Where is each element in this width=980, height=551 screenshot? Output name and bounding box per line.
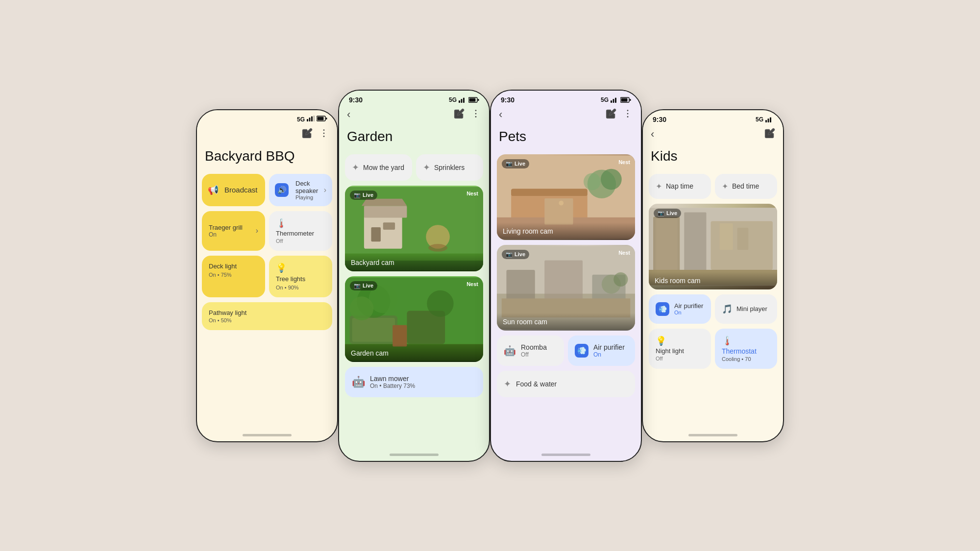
svg-rect-75 [720, 223, 733, 250]
page-title-garden: Garden [339, 125, 489, 152]
mini-player-card[interactable]: 🎵 Mini player [715, 294, 777, 324]
broadcast-card[interactable]: 📢 Broadcast [202, 174, 265, 206]
battery-icon-garden [468, 97, 479, 103]
traeger-card[interactable]: Traeger grill On › [202, 211, 265, 251]
thermostat-label: Thermostat [722, 347, 770, 355]
more-icon-bbq[interactable] [318, 128, 329, 141]
svg-rect-40 [613, 99, 614, 103]
phones-container: 5G [0, 0, 980, 551]
edit-icon-garden[interactable] [454, 108, 465, 121]
food-icon: ✦ [504, 379, 511, 389]
backyard-cam-label: Backyard cam [351, 259, 394, 266]
deck-light-sub: On • 75% [209, 272, 258, 278]
deck-light-card[interactable]: Deck light On • 75% [202, 256, 265, 297]
more-icon-garden[interactable] [470, 108, 481, 121]
broadcast-icon: 📢 [208, 185, 219, 195]
air-purifier-pets-label: Air purifier [593, 343, 625, 351]
svg-point-46 [627, 113, 629, 114]
garden-cam-overlay: Garden cam [345, 344, 483, 362]
svg-rect-21 [364, 206, 407, 217]
top-bar-bbq [197, 126, 337, 144]
lawn-mower-card[interactable]: 🤖 Lawn mower On • Battery 73% [345, 367, 483, 397]
signal-icon-pets [611, 97, 618, 103]
sprinklers-card[interactable]: ✦ Sprinklers [416, 154, 483, 181]
sun-room-cam-card[interactable]: 📷 Live Nest Sun room cam [497, 245, 635, 331]
top-icons-pets [606, 108, 633, 121]
night-light-label: Night light [656, 347, 704, 355]
edit-icon-pets[interactable] [606, 108, 616, 121]
sprinklers-label: Sprinklers [434, 164, 465, 171]
svg-point-26 [428, 244, 447, 252]
back-icon-kids[interactable]: ‹ [651, 128, 654, 141]
mow-icon: ✦ [352, 162, 359, 173]
roomba-card[interactable]: 🤖 Roomba Off [497, 335, 564, 366]
deck-speaker-card[interactable]: 🔊 Deck speaker Playing › [269, 174, 332, 206]
back-icon-garden[interactable]: ‹ [347, 108, 350, 121]
kids-cam-icon: 📷 [658, 210, 664, 216]
garden-cam-live-badge: 📷 Live [350, 281, 377, 290]
signal-icon-garden [459, 97, 466, 103]
deck-speaker-label: Deck speaker [295, 180, 320, 194]
time-kids: 9:30 [653, 116, 666, 123]
sun-room-cam-overlay: Sun room cam [497, 313, 635, 331]
air-purifier-kids-sub: On [674, 310, 703, 315]
thermo-card[interactable]: 🌡️ Thermometer Off [269, 211, 332, 251]
traeger-label: Traeger grill [209, 224, 253, 231]
top-bar-kids: ‹ [643, 126, 783, 144]
mini-player-info: Mini player [736, 305, 767, 312]
phone-pets: 9:30 5G ‹ Pets [490, 90, 642, 462]
edit-icon-bbq[interactable] [302, 128, 313, 141]
svg-rect-2 [311, 117, 313, 122]
mow-label: Mow the yard [363, 164, 404, 171]
backyard-cam-card[interactable]: 📷 Live Nest Backyard cam [345, 186, 483, 271]
tree-lights-card[interactable]: 💡 Tree lights On • 90% [269, 256, 332, 297]
phone-garden: 9:30 5G ‹ Garden [338, 90, 490, 462]
header-pets: 9:30 5G ‹ Pets [491, 91, 641, 154]
home-indicator-garden [390, 454, 439, 456]
svg-point-36 [350, 296, 374, 320]
food-water-card[interactable]: ✦ Food & water [497, 371, 635, 397]
status-bar-pets: 9:30 5G [491, 91, 641, 106]
svg-rect-65 [765, 120, 767, 122]
back-icon-pets[interactable]: ‹ [499, 108, 502, 121]
svg-rect-67 [770, 117, 771, 122]
svg-point-47 [627, 116, 629, 118]
row-broadcast: 📢 Broadcast 🔊 Deck speaker Playing › [202, 174, 332, 206]
scroll-pets: 📷 Live Nest Living room cam [491, 154, 641, 448]
signal-text: 5G [297, 116, 305, 123]
kids-device-row-1: 💨 Air purifier On 🎵 Mini player [649, 294, 777, 324]
pathway-card[interactable]: Pathway light On • 50% [202, 302, 332, 330]
svg-rect-20 [364, 215, 402, 248]
page-title-pets: Pets [491, 125, 641, 152]
backyard-cam-live-badge: 📷 Live [350, 191, 377, 200]
lawn-sub: On • Battery 73% [370, 383, 415, 389]
svg-rect-6 [326, 118, 327, 120]
thermo-label: Thermometer [276, 230, 325, 237]
backyard-cam-overlay: Backyard cam [345, 254, 483, 271]
cam-icon: 📷 [354, 192, 361, 198]
garden-cam-card[interactable]: 📷 Live Nest Garden cam [345, 276, 483, 362]
night-light-card[interactable]: 💡 Night light Off [649, 329, 711, 369]
more-icon-pets[interactable] [622, 108, 633, 121]
mow-yard-card[interactable]: ✦ Mow the yard [345, 154, 412, 181]
svg-point-52 [601, 168, 622, 190]
kids-scene-row: ✦ Nap time ✦ Bed time [649, 174, 777, 199]
garden-live-text: Live [363, 283, 373, 288]
status-icons-kids: 5G [756, 116, 773, 123]
nap-label: Nap time [666, 182, 693, 190]
edit-icon-kids[interactable] [764, 128, 775, 141]
air-purifier-kids-card[interactable]: 💨 Air purifier On [649, 294, 711, 324]
lawn-icon: 🤖 [352, 376, 365, 388]
traeger-sub: On [209, 231, 253, 238]
living-room-cam-card[interactable]: 📷 Live Nest Living room cam [497, 154, 635, 240]
kids-room-cam-card[interactable]: 📷 Live Kids room cam [649, 204, 777, 289]
bed-time-card[interactable]: ✦ Bed time [715, 174, 777, 199]
svg-rect-11 [461, 99, 463, 103]
air-purifier-pets-card[interactable]: 💨 Air purifier On [568, 335, 635, 366]
pathway-label: Pathway light [209, 309, 325, 316]
thermostat-kids-card[interactable]: 🌡️ Thermostat Cooling • 70 [715, 329, 777, 369]
svg-point-16 [475, 110, 477, 111]
svg-rect-0 [307, 119, 308, 121]
nap-time-card[interactable]: ✦ Nap time [649, 174, 711, 199]
phone-kids: 9:30 5G ‹ Kids ✦ Nap [642, 109, 784, 442]
